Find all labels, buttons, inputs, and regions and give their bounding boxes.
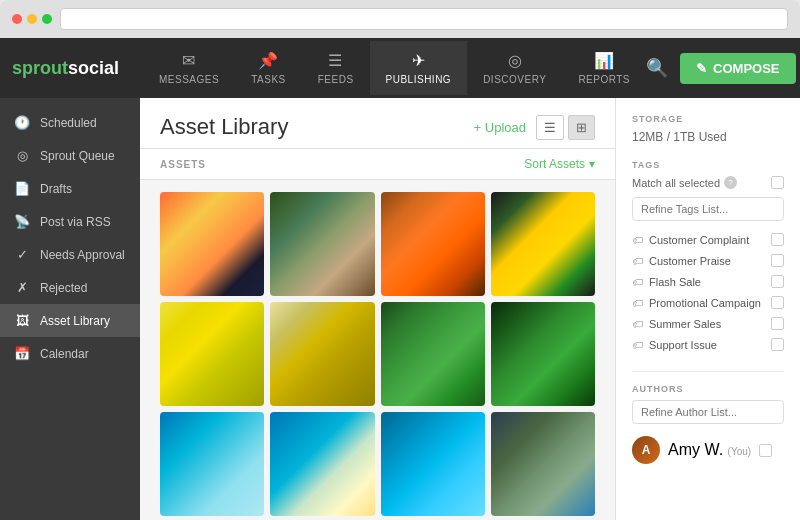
storage-section: STORAGE 12MB / 1TB Used [632,114,784,144]
tag-label: Promotional Campaign [649,297,761,309]
sidebar-item-rejected[interactable]: ✗ Rejected [0,271,140,304]
sidebar-item-label: Post via RSS [40,215,111,229]
close-dot[interactable] [12,14,22,24]
author-name: Amy W. (You) [668,441,751,459]
logo: sproutsocial [12,58,119,79]
nav-item-feeds[interactable]: ☰ FEEDS [302,41,370,95]
publishing-icon: ✈ [412,51,426,70]
refine-author-input[interactable] [632,400,784,424]
grid-view-button[interactable]: ⊞ [568,115,595,140]
nav-item-reports[interactable]: 📊 REPORTS [562,41,646,95]
grid-item-beach[interactable] [270,412,374,516]
grid-item-rocks[interactable] [491,412,595,516]
grid-item-cactus[interactable] [270,192,374,296]
minimize-dot[interactable] [27,14,37,24]
grid-item-greenery[interactable] [491,302,595,406]
asset-library-icon: 🖼 [14,313,30,328]
right-panel: STORAGE 12MB / 1TB Used TAGS Match all s… [615,98,800,520]
tag-item-support-issue: 🏷 Support Issue [632,334,784,355]
assets-label: ASSETS [160,159,206,170]
nav-item-publishing[interactable]: ✈ PUBLISHING [370,41,468,95]
tag-label: Customer Praise [649,255,731,267]
sort-chevron-icon: ▾ [589,157,595,171]
help-icon[interactable]: ? [724,176,737,189]
logo-sprout: sprout [12,58,68,78]
authors-section: AUTHORS A Amy W. (You) [632,384,784,468]
tag-checkbox[interactable] [771,296,784,309]
tag-left: 🏷 Flash Sale [632,276,701,288]
sidebar-item-asset-library[interactable]: 🖼 Asset Library [0,304,140,337]
search-button[interactable]: 🔍 [646,57,668,79]
upload-button[interactable]: + Upload [474,120,526,135]
sidebar-item-calendar[interactable]: 📅 Calendar [0,337,140,370]
grid-item-ocean[interactable] [160,412,264,516]
tag-left: 🏷 Customer Praise [632,255,731,267]
app-container: sproutsocial ✉ MESSAGES 📌 TASKS ☰ FEEDS … [0,38,800,520]
tag-icon: 🏷 [632,297,643,309]
tag-left: 🏷 Customer Complaint [632,234,749,246]
sidebar-item-drafts[interactable]: 📄 Drafts [0,172,140,205]
sort-button[interactable]: Sort Assets ▾ [524,157,595,171]
browser-chrome [0,0,800,38]
grid-item-pumpkins[interactable] [381,192,485,296]
author-checkbox[interactable] [759,444,772,457]
scheduled-icon: 🕐 [14,115,30,130]
drafts-icon: 📄 [14,181,30,196]
list-view-button[interactable]: ☰ [536,115,564,140]
rss-icon: 📡 [14,214,30,229]
sidebar-item-needs-approval[interactable]: ✓ Needs Approval [0,238,140,271]
sidebar-item-scheduled[interactable]: 🕐 Scheduled [0,106,140,139]
match-all-checkbox[interactable] [771,176,784,189]
tag-icon: 🏷 [632,255,643,267]
rejected-icon: ✗ [14,280,30,295]
tasks-icon: 📌 [258,51,279,70]
grid-item-bikes[interactable] [160,302,264,406]
grid-item-aerial[interactable] [381,412,485,516]
reports-label: REPORTS [578,74,630,85]
tag-label: Flash Sale [649,276,701,288]
reports-icon: 📊 [594,51,615,70]
tags-match-row: Match all selected ? [632,176,784,189]
storage-title: STORAGE [632,114,784,124]
tag-icon: 🏷 [632,234,643,246]
tag-item-flash-sale: 🏷 Flash Sale [632,271,784,292]
tags-title: TAGS [632,160,784,170]
sidebar-item-label: Rejected [40,281,87,295]
nav-item-messages[interactable]: ✉ MESSAGES [143,41,235,95]
sidebar-item-sprout-queue[interactable]: ◎ Sprout Queue [0,139,140,172]
avatar: A [632,436,660,464]
main-layout: 🕐 Scheduled ◎ Sprout Queue 📄 Drafts 📡 Po… [0,98,800,520]
author-item-amy: A Amy W. (You) [632,432,784,468]
grid-item-sunset[interactable] [160,192,264,296]
tag-checkbox[interactable] [771,338,784,351]
content-area: Asset Library + Upload ☰ ⊞ ASSETS Sort A… [140,98,615,520]
tag-checkbox[interactable] [771,275,784,288]
tags-match-label: Match all selected ? [632,176,737,189]
sidebar-item-label: Drafts [40,182,72,196]
maximize-dot[interactable] [42,14,52,24]
assets-toolbar: ASSETS Sort Assets ▾ [140,149,615,180]
grid-item-tulips[interactable] [491,192,595,296]
grid-item-leaves[interactable] [381,302,485,406]
nav-item-tasks[interactable]: 📌 TASKS [235,41,302,95]
grid-item-flowers[interactable] [270,302,374,406]
sidebar-item-post-rss[interactable]: 📡 Post via RSS [0,205,140,238]
compose-label: COMPOSE [713,61,779,76]
tag-checkbox[interactable] [771,254,784,267]
tag-checkbox[interactable] [771,233,784,246]
tag-icon: 🏷 [632,318,643,330]
sidebar-item-label: Asset Library [40,314,110,328]
nav-item-discovery[interactable]: ◎ DISCOVERY [467,41,562,95]
tag-icon: 🏷 [632,339,643,351]
logo-social: social [68,58,119,78]
tag-label: Summer Sales [649,318,721,330]
tag-left: 🏷 Summer Sales [632,318,721,330]
tag-checkbox[interactable] [771,317,784,330]
url-bar[interactable] [60,8,788,30]
tags-section: TAGS Match all selected ? 🏷 Customer Com… [632,160,784,355]
panel-divider [632,371,784,372]
top-nav: sproutsocial ✉ MESSAGES 📌 TASKS ☰ FEEDS … [0,38,800,98]
compose-button[interactable]: ✎ COMPOSE [680,53,795,84]
authors-title: AUTHORS [632,384,784,394]
refine-tags-input[interactable] [632,197,784,221]
